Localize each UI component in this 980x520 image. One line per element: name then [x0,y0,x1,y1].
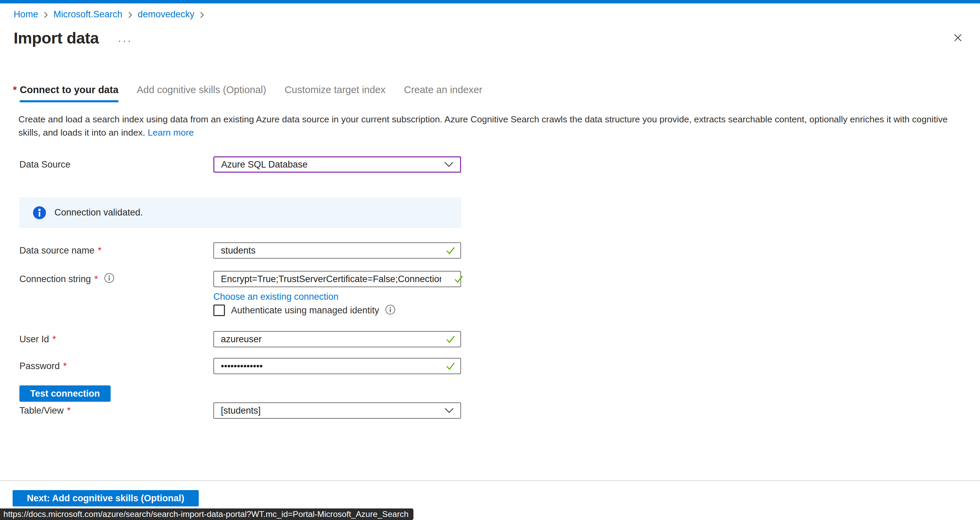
password-row: Password* [19,358,461,374]
more-options-button[interactable]: ··· [118,35,132,46]
data-source-row: Data Source Azure SQL Database [19,156,461,173]
breadcrumb-microsoft-search[interactable]: Microsoft.Search [53,9,123,20]
footer-divider [0,480,980,481]
status-url: https://docs.microsoft.com/azure/search/… [3,509,409,519]
close-button[interactable] [952,32,964,43]
connection-string-label: Connection string* [19,273,213,285]
data-source-name-label: Data source name* [19,246,213,256]
tab-customize-target-index[interactable]: Customize target index [285,84,385,102]
choose-connection-row: Choose an existing connection [19,292,461,302]
chevron-right-icon [127,11,133,19]
breadcrumb-home[interactable]: Home [14,9,38,20]
required-marker: * [52,334,56,345]
choose-existing-connection-link[interactable]: Choose an existing connection [213,292,461,302]
connection-validated-banner: Connection validated. [19,197,461,228]
table-view-label: Table/View* [19,406,213,416]
tab-add-cognitive-skills[interactable]: Add cognitive skills (Optional) [137,84,266,102]
password-label: Password* [19,361,213,371]
chevron-down-icon [444,406,454,416]
learn-more-link[interactable]: Learn more [148,127,194,138]
required-marker: * [98,246,102,256]
managed-identity-row: Authenticate using managed identity [19,304,461,316]
table-view-dropdown[interactable]: [students] [213,403,461,419]
valid-check-icon [445,360,456,372]
data-source-value: Azure SQL Database [221,159,308,170]
tab-create-an-indexer[interactable]: Create an indexer [404,84,482,102]
valid-check-icon [453,273,465,285]
link-status-bar: https://docs.microsoft.com/azure/search/… [0,509,414,520]
connection-string-input[interactable] [213,271,461,287]
breadcrumb: Home Microsoft.Search demovedecky [0,3,980,20]
test-connection-button[interactable]: Test connection [19,385,111,402]
table-view-value: [students] [221,406,261,416]
tab-label: Customize target index [285,84,385,95]
valid-check-icon [445,333,456,345]
page-title: Import data [14,29,99,47]
table-view-row: Table/View* [students] [19,403,461,419]
connection-string-row: Connection string* [19,271,461,287]
data-source-name-row: Data source name* [19,243,461,258]
user-id-input[interactable] [213,331,461,347]
chevron-right-icon [43,11,48,19]
top-accent-bar [0,0,980,3]
info-tooltip-icon[interactable] [385,304,395,316]
data-source-label: Data Source [19,159,213,170]
data-source-name-input[interactable] [213,243,461,258]
tab-connect-to-your-data[interactable]: * Connect to your data [20,84,118,102]
connect-data-form: Data Source Azure SQL Database Connectio… [19,156,461,419]
tab-label: Add cognitive skills (Optional) [137,84,266,95]
managed-identity-label: Authenticate using managed identity [231,305,379,316]
chevron-down-icon [444,159,454,170]
close-icon [953,32,963,43]
info-icon [33,206,46,220]
tab-label: Connect to your data [20,84,118,95]
password-input[interactable] [213,358,461,374]
required-marker: * [94,274,98,284]
page-header: Import data ··· [14,27,964,49]
chevron-right-icon [199,11,205,19]
user-id-label: User Id* [19,334,213,345]
wizard-tabs: * Connect to your data Add cognitive ski… [20,84,980,102]
breadcrumb-demovedecky[interactable]: demovedecky [138,9,195,20]
next-step-button[interactable]: Next: Add cognitive skills (Optional) [13,490,199,506]
tab-label: Create an indexer [404,84,482,95]
info-tooltip-icon[interactable] [104,273,115,285]
managed-identity-checkbox[interactable] [213,304,225,316]
page-description: Create and load a search index using dat… [18,113,960,140]
required-marker: * [67,406,71,416]
valid-check-icon [445,245,456,256]
required-marker: * [63,361,67,371]
required-marker: * [13,84,17,95]
data-source-dropdown[interactable]: Azure SQL Database [213,156,461,173]
user-id-row: User Id* [19,331,461,347]
banner-text: Connection validated. [54,207,143,218]
